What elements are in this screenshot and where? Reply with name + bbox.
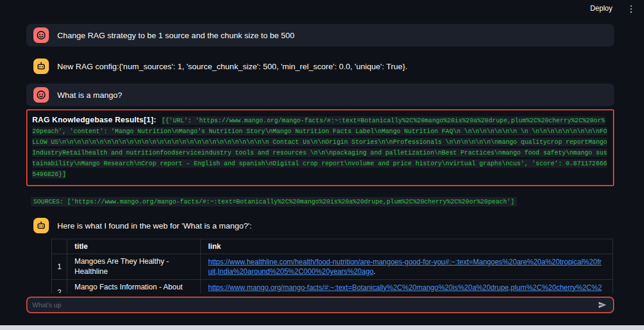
title-column-header: title	[67, 239, 201, 254]
result-title: Mango Facts Information - About Mango Fr…	[67, 280, 201, 294]
results-table-body: 1Mangoes Are They Healthy - Healthlineht…	[52, 254, 613, 294]
link-column-header: link	[201, 239, 613, 254]
result-link-cell: https://www.mango.org/mango-facts/#:~:te…	[201, 280, 613, 294]
table-row: 1Mangoes Are They Healthy - Healthlineht…	[52, 254, 613, 280]
chat-input[interactable]	[32, 301, 596, 309]
web-results-table: title link 1Mangoes Are They Healthy - H…	[51, 239, 614, 293]
chat-message-user: What is a mango?	[26, 84, 614, 106]
chat-message-list[interactable]: Change RAG strategy to be 1 source and t…	[0, 17, 644, 293]
user-avatar	[33, 27, 49, 43]
message-text: What is a mango?	[57, 91, 122, 100]
result-link[interactable]: https://www.mango.org/mango-facts/#:~:te…	[208, 283, 602, 294]
overflow-menu-icon[interactable]: ⋮	[624, 3, 638, 14]
sources-line: SOURCES: ['https://www.mango.org/mango-f…	[31, 198, 614, 206]
chat-input-bar	[26, 297, 614, 313]
app-header: Deploy ⋮	[0, 0, 644, 17]
row-index: 2	[52, 280, 67, 294]
assistant-avatar	[33, 218, 49, 233]
send-button[interactable]	[596, 299, 608, 311]
message-text: Change RAG strategy to be 1 source and t…	[57, 31, 295, 40]
robot-icon	[36, 220, 47, 231]
sources-text: SOURCES: ['https://www.mango.org/mango-f…	[31, 197, 517, 206]
rag-results-label: RAG Knowledgebase Results[1]:	[32, 115, 160, 124]
streamlit-app: Deploy ⋮ Change RAG strategy to be 1 sou…	[0, 0, 644, 330]
deploy-button[interactable]: Deploy	[587, 3, 616, 14]
chat-message-assistant: New RAG config:{'num_sources': 1, 'sourc…	[26, 55, 614, 78]
link-suffix: .	[374, 267, 376, 276]
result-link[interactable]: https://www.healthline.com/health/food-n…	[208, 258, 602, 276]
table-header-row: title link	[52, 239, 613, 254]
result-title: Mangoes Are They Healthy - Healthline	[67, 254, 201, 280]
send-arrow-icon	[597, 300, 607, 310]
assistant-avatar	[33, 58, 49, 74]
rag-results-content: [{'URL': 'https://www.mango.org/mango-fa…	[32, 116, 607, 178]
user-face-icon	[36, 30, 47, 41]
bottom-strip	[0, 325, 644, 330]
row-index: 1	[52, 254, 67, 280]
chat-message-user: Change RAG strategy to be 1 source and t…	[26, 24, 614, 47]
user-face-icon	[36, 90, 47, 100]
rag-results-box: RAG Knowledgebase Results[1]: [{'URL': '…	[26, 109, 614, 186]
robot-icon	[36, 61, 47, 72]
index-column-header	[52, 239, 67, 254]
message-text: New RAG config:{'num_sources': 1, 'sourc…	[57, 62, 407, 71]
result-link-cell: https://www.healthline.com/health/food-n…	[201, 254, 613, 280]
message-text: Here is what I found in the web for 'Wha…	[57, 221, 252, 230]
table-row: 2Mango Facts Information - About Mango F…	[52, 280, 613, 294]
user-avatar	[33, 87, 49, 103]
chat-message-assistant: Here is what I found in the web for 'Wha…	[26, 214, 614, 237]
